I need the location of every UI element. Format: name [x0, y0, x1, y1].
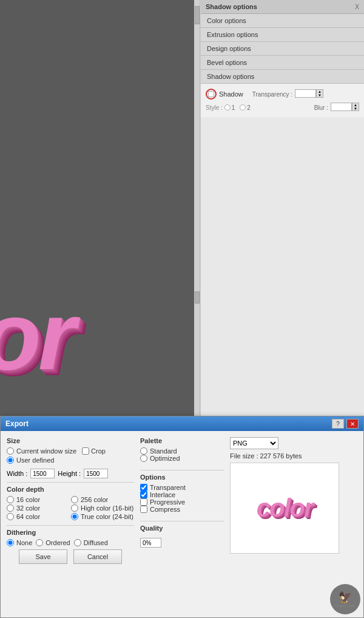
- ordered-dither-radio[interactable]: [36, 539, 43, 546]
- 64color-label: 64 color: [16, 513, 40, 520]
- interlace-option[interactable]: Interlace: [140, 491, 224, 498]
- current-window-size-radio[interactable]: [7, 447, 14, 455]
- standard-palette-radio[interactable]: [140, 447, 147, 455]
- current-window-size-label: Current window size: [16, 447, 76, 455]
- style-1-option[interactable]: 1: [224, 104, 235, 111]
- divider-1: [7, 482, 134, 483]
- progressive-option[interactable]: Progressive: [140, 498, 224, 506]
- design-options-btn[interactable]: Design options: [201, 42, 364, 56]
- transparency-spinner[interactable]: ▲ ▼: [295, 89, 323, 99]
- interlace-label: Interlace: [150, 491, 175, 498]
- 256color-label: 256 color: [81, 496, 108, 503]
- divider-2: [7, 525, 134, 526]
- 16color-label: 16 color: [16, 496, 40, 503]
- highcolor-option[interactable]: High color (16-bit): [71, 504, 134, 512]
- close-dialog-btn[interactable]: ✕: [346, 419, 359, 429]
- help-btn[interactable]: ?: [332, 419, 344, 429]
- shadow-checkbox-circle[interactable]: [206, 89, 217, 100]
- palette-section: Palette Standard Optimized: [140, 437, 224, 462]
- style-1-label: 1: [232, 104, 235, 111]
- style-1-radio[interactable]: [224, 104, 231, 110]
- save-button[interactable]: Save: [19, 549, 67, 564]
- 256color-option[interactable]: 256 color: [71, 496, 134, 503]
- blur-down-arrow[interactable]: ▼: [352, 107, 359, 110]
- 64color-option[interactable]: 64 color: [7, 513, 70, 520]
- user-defined-option[interactable]: User defined: [7, 457, 134, 464]
- blur-spinner[interactable]: ▲ ▼: [331, 103, 359, 112]
- 256color-radio[interactable]: [71, 496, 78, 503]
- watermark: 🦅 OLIFE.COM: [330, 584, 360, 614]
- none-dither-radio[interactable]: [7, 539, 14, 546]
- highcolor-radio[interactable]: [71, 504, 78, 512]
- preview-canvas: or: [0, 0, 200, 416]
- 64color-radio[interactable]: [7, 513, 14, 520]
- 3d-text-preview: or: [0, 280, 73, 392]
- main-scrollbar[interactable]: [194, 0, 200, 416]
- panel-title-bar: Shadow options X: [201, 0, 364, 14]
- panel-title: Shadow options: [206, 3, 257, 10]
- shadow-options-btn[interactable]: Shadow options: [201, 70, 364, 84]
- optimized-palette-label: Optimized: [150, 455, 180, 462]
- divider-3: [140, 470, 224, 470]
- compress-option[interactable]: Compress: [140, 506, 224, 513]
- 16color-option[interactable]: 16 color: [7, 496, 70, 503]
- right-panel: Shadow options X Color options Extrusion…: [200, 0, 364, 416]
- current-window-size-option[interactable]: Current window size Crop: [7, 447, 134, 455]
- ordered-dither-label: Ordered: [46, 539, 70, 546]
- mini-scroll-handle[interactable]: [195, 291, 200, 304]
- 32color-radio[interactable]: [7, 504, 14, 512]
- height-input[interactable]: [84, 469, 108, 478]
- optimized-palette-option[interactable]: Optimized: [140, 455, 224, 462]
- height-label: Height :: [58, 470, 81, 477]
- color-depth-title: Color depth: [7, 486, 134, 493]
- none-dither-option[interactable]: None: [7, 539, 32, 546]
- transparent-option[interactable]: Transparent: [140, 484, 224, 491]
- bevel-options-btn[interactable]: Bevel options: [201, 56, 364, 70]
- format-preview-section: PNG JPG GIF BMP File size : 227 576 byte…: [230, 437, 357, 611]
- main-preview-area: or: [0, 0, 200, 416]
- progressive-checkbox[interactable]: [140, 498, 147, 506]
- progressive-label: Progressive: [150, 498, 185, 506]
- quality-input-row: [140, 538, 224, 548]
- standard-palette-option[interactable]: Standard: [140, 447, 224, 455]
- crop-check[interactable]: Crop: [82, 447, 106, 455]
- 32color-option[interactable]: 32 color: [7, 504, 70, 512]
- blur-arrows: ▲ ▼: [352, 103, 359, 111]
- cancel-button[interactable]: Cancel: [73, 549, 122, 564]
- truecolor-option[interactable]: True color (24-bit): [71, 513, 134, 520]
- none-dither-label: None: [16, 539, 32, 546]
- format-select[interactable]: PNG JPG GIF BMP: [230, 437, 278, 449]
- optimized-palette-radio[interactable]: [140, 455, 147, 462]
- transparent-checkbox[interactable]: [140, 484, 147, 491]
- shadow-checkbox[interactable]: [208, 91, 214, 97]
- diffused-dither-label: Diffused: [84, 539, 108, 546]
- blur-input[interactable]: [331, 103, 352, 111]
- panel-close-btn[interactable]: X: [355, 4, 359, 10]
- style-2-option[interactable]: 2: [240, 104, 251, 111]
- quality-input[interactable]: [140, 538, 161, 548]
- export-title: Export: [5, 419, 29, 428]
- dialog-buttons: Save Cancel: [7, 549, 134, 564]
- crop-label: Crop: [91, 447, 106, 455]
- compress-checkbox[interactable]: [140, 506, 147, 513]
- color-options-btn[interactable]: Color options: [201, 14, 364, 28]
- diffused-dither-radio[interactable]: [74, 539, 81, 546]
- transparency-down-arrow[interactable]: ▼: [317, 93, 323, 97]
- truecolor-radio[interactable]: [71, 513, 78, 520]
- color-depth-grid: 16 color 256 color 32 color High color (…: [7, 496, 134, 520]
- scroll-handle[interactable]: [195, 6, 200, 24]
- dithering-title: Dithering: [7, 529, 134, 536]
- 16color-radio[interactable]: [7, 496, 14, 503]
- png-preview: color: [230, 463, 339, 554]
- extrusion-options-btn[interactable]: Extrusion options: [201, 28, 364, 42]
- width-input[interactable]: [30, 469, 55, 478]
- diffused-dither-option[interactable]: Diffused: [74, 539, 108, 546]
- style-2-radio[interactable]: [240, 104, 246, 110]
- width-label: Width :: [7, 470, 27, 477]
- interlace-checkbox[interactable]: [140, 491, 147, 498]
- transparency-input[interactable]: [295, 89, 316, 98]
- quality-title: Quality: [140, 525, 163, 532]
- user-defined-radio[interactable]: [7, 457, 14, 464]
- crop-checkbox[interactable]: [82, 447, 89, 455]
- ordered-dither-option[interactable]: Ordered: [36, 539, 70, 546]
